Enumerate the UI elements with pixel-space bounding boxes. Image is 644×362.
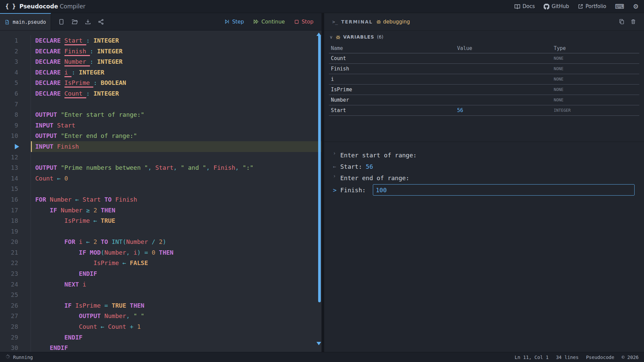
- column-name: Name: [329, 45, 455, 51]
- app-branding: { } PseudocodeCompiler: [5, 3, 85, 10]
- nav-portfolio[interactable]: Portfolio: [578, 3, 606, 9]
- code-line-24[interactable]: 24 NEXT i: [0, 279, 321, 290]
- continue-button[interactable]: Continue: [253, 19, 285, 25]
- stop-button[interactable]: Stop: [294, 19, 313, 25]
- code-line-20[interactable]: 20 FOR i ← 2 TO INT(Number / 2): [0, 237, 321, 247]
- pane-divider[interactable]: [321, 13, 324, 352]
- code-line-27[interactable]: 27 OUTPUT Number, " ": [0, 311, 321, 321]
- variable-name: Number: [329, 97, 455, 103]
- line-number: 2: [0, 46, 31, 57]
- new-file-icon[interactable]: [58, 19, 64, 25]
- code-editor[interactable]: 1DECLARE Start : INTEGER2DECLARE Finish …: [0, 31, 321, 352]
- variable-name: Finish: [329, 66, 455, 72]
- variables-panel-header[interactable]: ∨ VARIABLES (6): [324, 33, 644, 41]
- variable-name: Start: [329, 107, 455, 113]
- settings-gear-icon[interactable]: ⚙: [633, 3, 639, 10]
- code-line-8[interactable]: 8OUTPUT "Enter start of range:": [0, 109, 321, 120]
- code-text: DECLARE Finish : INTEGER: [31, 46, 321, 57]
- column-type: Type: [552, 45, 639, 51]
- tab-main-pseudo[interactable]: main.pseudo: [0, 13, 51, 30]
- scrollbar-thumb[interactable]: [318, 35, 321, 302]
- line-number: 18: [0, 215, 31, 226]
- step-button[interactable]: Step: [225, 19, 244, 25]
- debug-controls: Step Continue Stop: [225, 13, 321, 30]
- code-line-22[interactable]: 22 IsPrime ← FALSE: [0, 258, 321, 268]
- cursor-position: Ln 11, Col 1: [515, 355, 549, 360]
- variable-row: Start56INTEGER: [329, 105, 639, 116]
- code-line-11[interactable]: INPUT Finish: [0, 141, 321, 152]
- spinner-icon: [5, 354, 10, 360]
- app-title: PseudocodeCompiler: [19, 3, 86, 10]
- code-line-25[interactable]: 25: [0, 290, 321, 300]
- line-number: 23: [0, 268, 31, 279]
- terminal-line-out: ›Enter end of range:: [333, 172, 635, 184]
- copy-icon[interactable]: [619, 19, 625, 24]
- code-line-2[interactable]: 2DECLARE Finish : INTEGER: [0, 46, 321, 57]
- variable-type: NONE: [552, 56, 639, 61]
- scrollbar-down-arrow[interactable]: [316, 342, 321, 345]
- trash-icon[interactable]: [631, 19, 636, 24]
- code-text: FOR i ← 2 TO INT(Number / 2): [31, 237, 321, 247]
- variable-row: iNONE: [329, 74, 639, 85]
- code-line-26[interactable]: 26 IF IsPrime = TRUE THEN: [0, 300, 321, 311]
- code-lines: 1DECLARE Start : INTEGER2DECLARE Finish …: [0, 35, 321, 352]
- code-text: IF MOD(Number, i) = 0 THEN: [31, 247, 321, 258]
- file-actions: [51, 13, 111, 30]
- code-line-30[interactable]: 30 ENDIF: [0, 343, 321, 352]
- echo-label: Start:: [340, 163, 366, 170]
- variable-type: NONE: [552, 87, 639, 92]
- step-icon: [225, 19, 230, 24]
- code-line-1[interactable]: 1DECLARE Start : INTEGER: [0, 35, 321, 46]
- nav-github[interactable]: GitHub: [544, 3, 569, 9]
- code-line-3[interactable]: 3DECLARE Number : INTEGER: [0, 56, 321, 67]
- variable-name: IsPrime: [329, 87, 455, 93]
- keyboard-shortcuts-icon[interactable]: ⌨: [615, 3, 624, 10]
- code-text: OUTPUT "Enter start of range:": [31, 109, 321, 120]
- open-folder-icon[interactable]: [71, 19, 78, 25]
- code-line-29[interactable]: 29 ENDIF: [0, 332, 321, 343]
- code-line-15[interactable]: 15: [0, 184, 321, 194]
- terminal-header: >_ TERMINAL debugging: [324, 13, 644, 31]
- code-text: INPUT Start: [31, 120, 321, 131]
- variable-type: NONE: [552, 66, 639, 71]
- prompt-glyph: >: [333, 187, 340, 194]
- code-line-18[interactable]: 18 IsPrime ← TRUE: [0, 215, 321, 226]
- nav-docs[interactable]: Docs: [514, 3, 535, 9]
- line-count: 34 lines: [556, 355, 579, 360]
- line-number: 21: [0, 247, 31, 258]
- code-line-17[interactable]: 17 IF Number ≥ 2 THEN: [0, 205, 321, 216]
- code-line-7[interactable]: 7: [0, 99, 321, 110]
- prompt-glyph: ›: [333, 173, 340, 179]
- code-text: ENDIF: [31, 268, 321, 279]
- share-icon[interactable]: [98, 19, 104, 25]
- code-line-21[interactable]: 21 IF MOD(Number, i) = 0 THEN: [0, 247, 321, 258]
- code-line-10[interactable]: 10OUTPUT "Enter end of range:": [0, 131, 321, 141]
- file-code-icon: [5, 19, 10, 25]
- code-line-5[interactable]: 5DECLARE IsPrime : BOOLEAN: [0, 77, 321, 88]
- code-text: IsPrime ← FALSE: [31, 258, 321, 268]
- code-line-6[interactable]: 6DECLARE Count : INTEGER: [0, 88, 321, 99]
- terminal-input[interactable]: [373, 184, 635, 196]
- main-area: main.pseudo Step Continue St: [0, 13, 644, 352]
- code-line-12[interactable]: 12: [0, 152, 321, 163]
- variables-count: (6): [377, 34, 383, 40]
- code-line-28[interactable]: 28 Count ← Count + 1: [0, 321, 321, 332]
- code-line-16[interactable]: 16FOR Number ← Start TO Finish: [0, 194, 321, 205]
- line-number: 28: [0, 321, 31, 332]
- code-line-9[interactable]: 9INPUT Start: [0, 120, 321, 131]
- variables-table: Name Value Type CountNONEFinishNONEiNONE…: [329, 43, 639, 116]
- status-text: Running: [13, 355, 33, 360]
- code-line-14[interactable]: 14Count ← 0: [0, 173, 321, 184]
- terminal-line-input: >Finish:: [333, 184, 635, 196]
- stop-icon: [294, 19, 299, 24]
- download-icon[interactable]: [85, 19, 91, 25]
- code-line-13[interactable]: 13OUTPUT "Prime numbers between ", Start…: [0, 162, 321, 173]
- status-bar: Running Ln 11, Col 1 34 lines Pseudocode…: [0, 352, 644, 362]
- code-text: OUTPUT Number, " ": [31, 311, 321, 321]
- code-line-23[interactable]: 23 ENDIF: [0, 268, 321, 279]
- code-line-4[interactable]: 4DECLARE i : INTEGER: [0, 67, 321, 78]
- line-number: 1: [0, 35, 31, 46]
- code-text: Count ← 0: [31, 173, 321, 184]
- code-line-19[interactable]: 19: [0, 226, 321, 237]
- output-text: Enter start of range:: [340, 152, 417, 159]
